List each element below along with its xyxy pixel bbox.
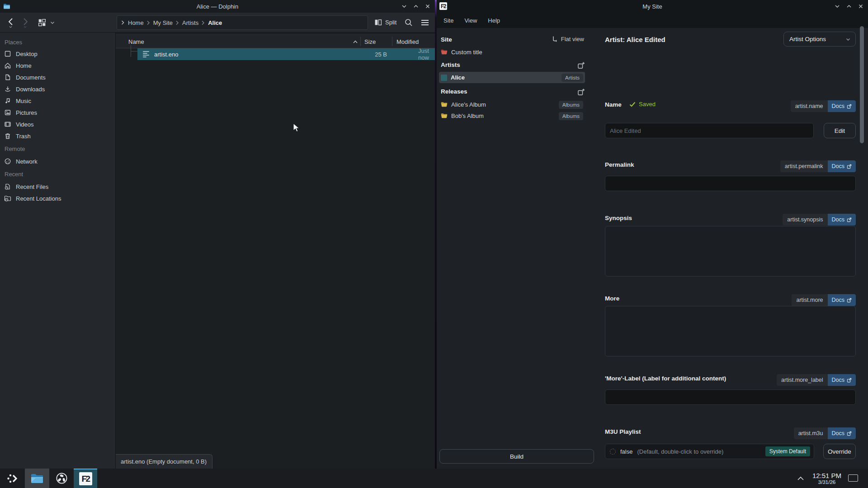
sidebar-item-downloads[interactable]: Downloads [0,83,115,95]
docs-link[interactable]: Docs [828,160,856,172]
new-release-icon[interactable] [577,88,585,96]
breadcrumb-separator-icon [201,20,205,25]
build-button[interactable]: Build [439,449,594,464]
m3u-key-chip: artist.m3u Docs [794,427,856,439]
split-label: Split [385,19,396,26]
sidebar-item-desktop[interactable]: Desktop [0,48,115,60]
file-row-artist-eno[interactable]: artist.eno 25 B Just now [137,48,435,60]
artist-options-dropdown[interactable]: Artist Options [783,32,856,47]
column-divider[interactable] [360,37,361,46]
taskbar-item-my-site[interactable]: F2 [74,469,97,488]
synopsis-key-chip: artist.synopsis Docs [783,214,856,225]
menu-view[interactable]: View [464,17,477,24]
name-field-label: Name [605,101,622,108]
breadcrumb-item-my-site[interactable]: My Site [153,19,173,26]
clock-date: 3/31/26 [818,479,835,485]
column-divider[interactable] [392,37,392,46]
app-launcher-button[interactable] [4,469,22,488]
sidebar-item-videos[interactable]: Videos [0,118,115,130]
breadcrumb-item-alice[interactable]: Alice [208,19,222,26]
sidebar-item-music[interactable]: Music [0,95,115,107]
maximize-icon[interactable] [845,3,853,10]
m3u-value: false [620,448,632,455]
breadcrumb-item-home[interactable]: Home [128,19,144,26]
new-artist-icon[interactable] [577,61,585,69]
artists-kind-badge: Artists [561,74,583,82]
edit-button[interactable]: Edit [824,123,856,138]
view-mode-chevron-icon[interactable] [48,15,57,30]
sidebar-item-trash[interactable]: Trash [0,130,115,142]
site-section-header: Site [441,36,452,43]
override-button[interactable]: Override [823,444,856,459]
clock-time: 12:51 PM [812,472,841,479]
sidebar-item-pictures[interactable]: Pictures [0,107,115,118]
split-button[interactable]: Split [373,15,398,30]
maximize-icon[interactable] [412,3,420,10]
tray-expander-icon[interactable] [797,469,804,488]
my-site-window: F2 My Site Site View Help Site Flat view… [437,0,868,469]
sidebar-item-documents[interactable]: Documents [0,71,115,83]
dolphin-titlebar[interactable]: Alice — Dolphin [0,0,435,13]
column-header-modified[interactable]: Modified [396,35,419,49]
sidebar-item-custom-title[interactable]: Custom title [439,47,585,58]
flat-view-toggle[interactable]: Flat view [552,36,584,42]
synopsis-textarea[interactable] [605,226,856,277]
external-link-icon [847,104,852,109]
search-icon[interactable] [402,15,415,30]
app-titlebar[interactable]: F2 My Site [437,0,868,13]
docs-link[interactable]: Docs [828,427,856,439]
vertical-scrollbar[interactable] [860,26,864,143]
column-header-size[interactable]: Size [364,35,376,49]
dolphin-folder-icon [30,473,44,484]
breadcrumb-item-artists[interactable]: Artists [182,19,198,26]
menu-help[interactable]: Help [488,17,500,24]
taskbar-item-obs[interactable] [49,469,74,488]
albums-kind-badge: Albums [559,112,583,120]
taskbar-item-dolphin[interactable] [25,469,49,488]
app-launcher-icon [6,472,19,485]
external-link-icon [847,217,852,222]
app-window-title: My Site [437,3,868,10]
network-icon [4,158,11,165]
name-key-chip: artist.name Docs [791,100,856,112]
page-title: Artist: Alice Edited [605,36,665,43]
more-field-label: More [605,295,619,302]
minimize-icon[interactable] [401,3,408,10]
m3u-default-row[interactable]: false (Default, double-click to override… [605,444,814,459]
sidebar-item-recent-locations[interactable]: Recent Locations [0,192,115,204]
sidebar-item-bobs-album[interactable]: Bob's Album Albums [439,110,585,122]
back-icon[interactable] [5,15,17,30]
sidebar-item-alices-album[interactable]: Alice's Album Albums [439,99,585,110]
sidebar-item-network[interactable]: Network [0,155,115,167]
more-label-input[interactable] [605,389,856,405]
sidebar-item-home[interactable]: Home [0,60,115,71]
sidebar-item-recent-files[interactable]: Recent Files [0,181,115,192]
name-input[interactable] [605,123,814,138]
albums-kind-badge: Albums [559,101,583,109]
radio-dashed-icon[interactable] [610,449,616,455]
home-icon [4,62,11,69]
taskbar: F2 12:51 PM 3/31/26 [0,469,868,488]
minimize-icon[interactable] [834,3,841,10]
close-icon[interactable] [857,3,864,10]
view-mode-icon[interactable] [36,15,48,30]
permalink-field-label: Permalink [605,161,634,168]
forward-icon[interactable] [19,15,32,30]
menu-site[interactable]: Site [443,17,453,24]
location-bar[interactable]: Home My Site Artists Alice [117,15,368,30]
sidebar-item-artist-alice[interactable]: Alice Artists [439,72,585,83]
docs-link[interactable]: Docs [828,100,856,112]
hamburger-icon[interactable] [419,15,431,30]
clock-widget[interactable]: 12:51 PM 3/31/26 [809,469,844,488]
close-icon[interactable] [424,3,431,10]
more-textarea[interactable] [605,306,856,357]
more-label-field-label: 'More'-Label (Label for additional conte… [605,375,726,382]
permalink-input[interactable] [605,176,856,191]
more-label-key-chip: artist.more_label Docs [777,374,856,386]
show-desktop-button[interactable] [848,474,858,482]
docs-link[interactable]: Docs [828,214,856,225]
docs-link[interactable]: Docs [828,374,856,386]
saved-status: Saved [629,101,656,108]
obs-icon [56,472,68,484]
docs-link[interactable]: Docs [828,294,856,306]
